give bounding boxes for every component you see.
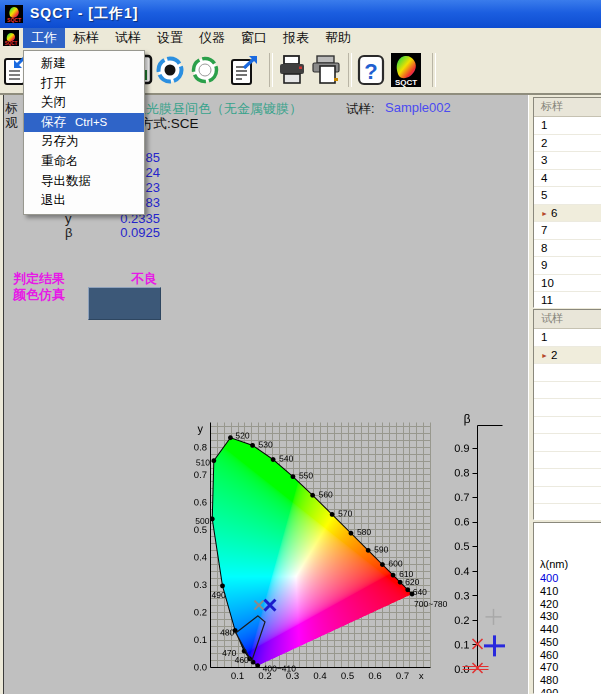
help-icon: ? — [355, 52, 387, 88]
right-sidebar: 标样 12345►67891011 试样 1►2 λ(nm) 400410420… — [528, 95, 601, 694]
list-item-3[interactable]: 3 — [534, 152, 601, 170]
menu-bar: SQCT 工作标样试样设置仪器窗口报表帮助 — [0, 28, 601, 48]
menu-item-保存[interactable]: 保存Ctrl+S — [24, 113, 144, 133]
menubar-item-窗口[interactable]: 窗口 — [233, 28, 275, 48]
child-window-icon[interactable]: SQCT — [3, 30, 19, 46]
judge-result-value: 不良 — [131, 270, 157, 288]
toolbar-separator — [269, 53, 273, 87]
menu-item-打开[interactable]: 打开 — [24, 74, 144, 94]
toolbar-separator — [348, 53, 352, 87]
standard-list: 12345►67891011 — [534, 117, 601, 308]
wavelength-row-450[interactable]: 450 — [534, 636, 601, 649]
menubar-item-标样[interactable]: 标样 — [65, 28, 107, 48]
trial-list-panel: 试样 1►2 — [533, 309, 601, 520]
list-item-7[interactable]: 7 — [534, 222, 601, 240]
toolbar-separator — [432, 53, 436, 87]
wavelength-table-panel: λ(nm) 400410420430440450460470480490 — [533, 522, 601, 694]
sample-name-value: Sample002 — [385, 100, 451, 115]
value-row-β: β0.0925 — [60, 225, 160, 239]
menubar-item-工作[interactable]: 工作 — [23, 28, 65, 48]
print-button[interactable] — [276, 50, 308, 90]
menubar-item-报表[interactable]: 报表 — [275, 28, 317, 48]
color-simulation-label: 颜色仿真 — [13, 286, 65, 304]
list-item-6[interactable]: ►6 — [534, 205, 601, 223]
work-menu-dropdown: 新建打开关闭保存Ctrl+S另存为重命名导出数据退出 — [23, 50, 145, 215]
print-preview-icon — [310, 52, 342, 88]
list-item-5[interactable]: 5 — [534, 187, 601, 205]
window-title: SQCT - [工作1] — [30, 5, 138, 23]
print-preview-button[interactable] — [310, 50, 342, 90]
sample-label: 试样: — [346, 101, 374, 118]
list-item-empty[interactable] — [534, 504, 601, 520]
list-item-empty[interactable] — [534, 399, 601, 417]
list-item-4[interactable]: 4 — [534, 170, 601, 188]
svg-text:SQCT: SQCT — [5, 41, 18, 46]
wavelength-row-420[interactable]: 420 — [534, 598, 601, 611]
menu-item-关闭[interactable]: 关闭 — [24, 93, 144, 113]
svg-text:SQCT: SQCT — [7, 17, 21, 23]
color-simulation-swatch — [88, 287, 161, 320]
report-export-icon — [229, 52, 261, 88]
wavelength-row-400[interactable]: 400 — [534, 572, 601, 585]
list-item-1[interactable]: 1 — [534, 329, 601, 347]
measure-standard-button[interactable] — [154, 50, 186, 90]
observer-label-fragment: 观 — [5, 115, 18, 132]
list-item-10[interactable]: 10 — [534, 275, 601, 293]
trial-list: 1►2 — [534, 329, 601, 520]
menu-item-退出[interactable]: 退出 — [24, 191, 144, 211]
wavelength-table-spacer — [534, 523, 601, 557]
selected-row-marker: ► — [541, 352, 548, 359]
menu-item-另存为[interactable]: 另存为 — [24, 132, 144, 152]
list-item-empty[interactable] — [534, 417, 601, 435]
app-logo-icon[interactable]: SQCT — [5, 5, 23, 23]
menubar-item-仪器[interactable]: 仪器 — [191, 28, 233, 48]
wavelength-row-460[interactable]: 460 — [534, 649, 601, 662]
trial-panel-header: 试样 — [534, 310, 601, 329]
measure-standard-icon — [154, 52, 186, 88]
list-item-empty[interactable] — [534, 469, 601, 487]
list-item-empty[interactable] — [534, 487, 601, 505]
measure-sample-button[interactable] — [189, 50, 221, 90]
wavelength-row-490[interactable]: 490 — [534, 687, 601, 694]
help-button[interactable]: ? — [355, 50, 387, 90]
menu-item-重命名[interactable]: 重命名 — [24, 152, 144, 172]
sqct-logo-icon: SQCT — [390, 52, 422, 88]
list-item-9[interactable]: 9 — [534, 257, 601, 275]
wavelength-column-header: λ(nm) — [534, 557, 601, 572]
wavelength-row-470[interactable]: 470 — [534, 661, 601, 674]
standard-panel-header: 标样 — [534, 98, 601, 117]
menu-item-导出数据[interactable]: 导出数据 — [24, 172, 144, 192]
svg-text:?: ? — [364, 59, 377, 84]
wavelength-row-480[interactable]: 480 — [534, 674, 601, 687]
svg-text:SQCT: SQCT — [395, 78, 417, 87]
title-bar: SQCT SQCT - [工作1] — [0, 0, 601, 28]
list-item-11[interactable]: 11 — [534, 292, 601, 308]
list-item-empty[interactable] — [534, 364, 601, 382]
wavelength-row-410[interactable]: 410 — [534, 585, 601, 598]
standard-list-panel: 标样 12345►67891011 — [533, 97, 601, 308]
menubar-item-帮助[interactable]: 帮助 — [317, 28, 359, 48]
menubar-item-设置[interactable]: 设置 — [149, 28, 191, 48]
sqct-chart-button[interactable]: SQCT — [390, 50, 422, 90]
measurement-mode: 方式:SCE — [140, 115, 199, 133]
list-item-8[interactable]: 8 — [534, 240, 601, 258]
menu-item-新建[interactable]: 新建 — [24, 54, 144, 74]
wavelength-list: 400410420430440450460470480490 — [534, 572, 601, 694]
cie-chromaticity-chart — [185, 413, 517, 694]
list-item-empty[interactable] — [534, 452, 601, 470]
wavelength-row-440[interactable]: 440 — [534, 623, 601, 636]
list-item-2[interactable]: ►2 — [534, 347, 601, 365]
printer-icon — [276, 52, 308, 88]
list-item-empty[interactable] — [534, 434, 601, 452]
menu-items: 工作标样试样设置仪器窗口报表帮助 — [23, 28, 359, 48]
measure-sample-icon — [189, 52, 221, 88]
list-item-2[interactable]: 2 — [534, 135, 601, 153]
selected-row-marker: ► — [541, 210, 548, 217]
menubar-item-试样[interactable]: 试样 — [107, 28, 149, 48]
list-item-empty[interactable] — [534, 382, 601, 400]
report-export-button[interactable] — [229, 50, 261, 90]
list-item-1[interactable]: 1 — [534, 117, 601, 135]
wavelength-row-430[interactable]: 430 — [534, 610, 601, 623]
